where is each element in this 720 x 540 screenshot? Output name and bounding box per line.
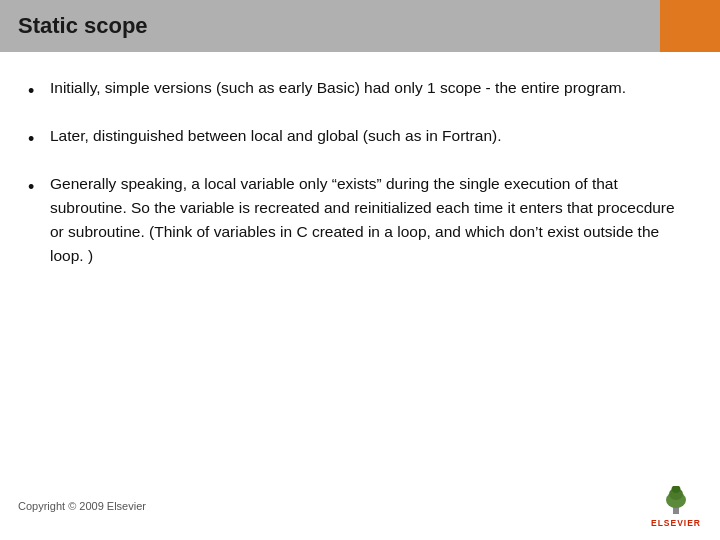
bullet-dot-1: • [28,78,50,106]
copyright-text: Copyright © 2009 Elsevier [18,500,146,512]
slide-header: Static scope [0,0,720,52]
bullet-text-2: Later, distinguished between local and g… [50,124,692,148]
bullet-item-1: •Initially, simple versions (such as ear… [28,76,692,106]
bullet-item-2: •Later, distinguished between local and … [28,124,692,154]
bullet-text-1: Initially, simple versions (such as earl… [50,76,692,100]
elsevier-tree-icon [658,486,694,516]
slide-footer: Copyright © 2009 Elsevier ELSEVIER [0,478,720,540]
header-accent-bar [660,0,720,52]
bullet-item-3: •Generally speaking, a local variable on… [28,172,692,268]
bullet-list: •Initially, simple versions (such as ear… [28,76,692,286]
slide: Static scope •Initially, simple versions… [0,0,720,540]
slide-content: •Initially, simple versions (such as ear… [0,52,720,478]
elsevier-label: ELSEVIER [651,518,701,528]
bullet-text-3: Generally speaking, a local variable onl… [50,172,692,268]
bullet-dot-3: • [28,174,50,202]
elsevier-logo: ELSEVIER [650,484,702,528]
bullet-dot-2: • [28,126,50,154]
slide-title: Static scope [18,13,148,39]
